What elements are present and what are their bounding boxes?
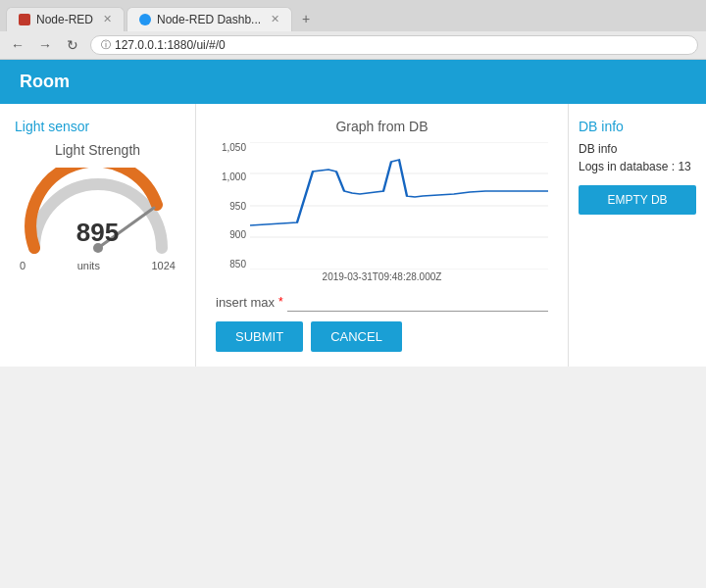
url-bar[interactable]: ⓘ 127.0.0.1:1880/ui/#/0 [90,35,698,55]
gauge-value: 895 [69,218,127,248]
graph-title: Graph from DB [216,119,548,134]
db-info-panel-title: DB info [579,119,696,134]
button-row: SUBMIT CANCEL [216,321,548,352]
y-label-4: 850 [229,259,246,270]
forward-button[interactable]: → [35,35,55,55]
graph-area: 1,050 1,000 950 900 850 [216,142,548,270]
main-content: Light sensor Light Strength 895 0 units … [0,104,706,367]
tab-bar: Node-RED ✕ Node-RED Dashb... ✕ + [0,0,706,31]
lock-icon: ⓘ [101,38,111,52]
y-label-1: 1,000 [222,172,246,182]
tab-favicon-1 [19,14,30,25]
light-sensor-panel: Light sensor Light Strength 895 0 units … [0,104,196,367]
browser-chrome: Node-RED ✕ Node-RED Dashb... ✕ + ← → ↻ ⓘ… [0,0,706,60]
y-axis: 1,050 1,000 950 900 850 [216,142,250,270]
light-sensor-title: Light sensor [15,119,180,134]
tab-node-red-dash[interactable]: Node-RED Dashb... ✕ [126,7,292,31]
y-label-0: 1,050 [222,142,246,153]
tab-label-2: Node-RED Dashb... [157,13,261,26]
cancel-button[interactable]: CANCEL [311,321,402,352]
tab-node-red[interactable]: Node-RED ✕ [6,7,125,31]
insert-label: insert max [216,295,275,310]
tab-label-1: Node-RED [36,13,93,26]
back-button[interactable]: ← [8,35,27,55]
tab-close-2[interactable]: ✕ [271,13,279,25]
chart-inner [250,142,548,270]
gauge-container: 895 [20,168,176,256]
gauge-max-label: 1024 [152,260,176,271]
y-label-3: 900 [229,229,246,240]
chart-svg [250,142,548,270]
light-strength-label: Light Strength [15,142,180,158]
y-label-2: 950 [229,201,246,212]
insert-max-input[interactable] [287,292,548,312]
input-row: insert max * [216,292,548,312]
graph-panel: Graph from DB 1,050 1,000 950 900 850 [196,104,569,367]
submit-button[interactable]: SUBMIT [216,321,303,352]
refresh-button[interactable]: ↻ [63,35,82,55]
graph-timestamp: 2019-03-31T09:48:28.000Z [216,271,548,282]
gauge-min-label: 0 [20,260,25,271]
new-tab-button[interactable]: + [294,6,318,31]
url-text: 127.0.0.1:1880/ui/#/0 [115,38,226,52]
page-title: Room [20,72,70,91]
empty-db-button[interactable]: EMPTY DB [579,185,696,215]
db-logs-text: Logs in database : 13 [579,160,696,173]
db-info-label: DB info [579,142,696,156]
required-star: * [278,295,283,309]
gauge-unit-label: units [77,260,100,271]
address-bar: ← → ↻ ⓘ 127.0.0.1:1880/ui/#/0 [0,31,706,59]
tab-close-1[interactable]: ✕ [103,13,112,25]
tab-favicon-2 [139,14,151,25]
gauge-labels: 0 units 1024 [15,260,180,271]
db-info-panel: DB info DB info Logs in database : 13 EM… [569,104,706,367]
app-header: Room [0,60,706,104]
